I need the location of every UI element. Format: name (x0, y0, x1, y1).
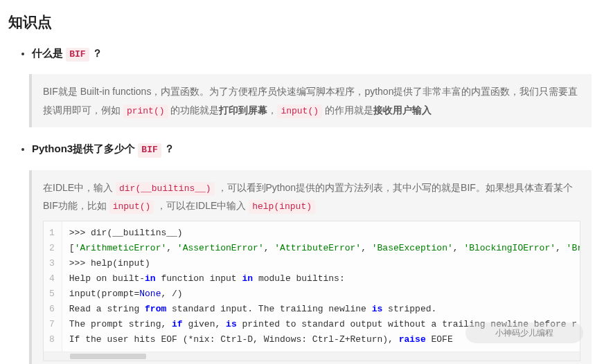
line-number: 3 (49, 256, 55, 271)
inline-code: input() (109, 200, 154, 214)
inline-code: dir(__builtins__) (116, 182, 215, 196)
title-text: 什么是 (32, 47, 66, 59)
code-line: ['ArithmeticError', 'AssertionError', 'A… (69, 241, 580, 256)
code-line: If the user hits EOF (*nix: Ctrl-D, Wind… (69, 332, 580, 347)
code-line: The prompt string, if given, is printed … (69, 317, 580, 332)
code-line: Help on built-in function input in modul… (69, 271, 580, 286)
horizontal-scrollbar[interactable] (44, 352, 580, 361)
quote-block: 在IDLE中，输入 dir(__builtins__) ，可以看到Python提… (29, 170, 592, 364)
line-number: 2 (49, 241, 55, 256)
code-block: 1 2 3 4 5 6 7 8 >>> dir(__builtins__) ['… (43, 221, 580, 361)
code-line: >>> help(input) (69, 256, 580, 271)
title-text: ？ (161, 143, 175, 154)
inline-code: help(input) (249, 200, 315, 214)
quote-text: 的功能就是 (168, 104, 220, 116)
line-number: 1 (49, 226, 55, 241)
quote-text: 的作用就是 (322, 104, 373, 116)
inline-code: input() (277, 104, 322, 118)
page-title: 知识点 (8, 12, 592, 32)
line-number: 6 (49, 302, 55, 317)
title-text: ？ (89, 47, 103, 59)
line-number: 7 (49, 317, 55, 332)
list-item: 什么是 BIF ？ BIF就是 Built-in functions，内置函数。… (32, 47, 592, 127)
title-text: Python3提供了多少个 (32, 143, 138, 154)
scrollbar-thumb[interactable] (70, 354, 146, 359)
list-item: Python3提供了多少个 BIF ？ 在IDLE中，输入 dir(__buil… (32, 143, 592, 364)
inline-code: BIF (138, 143, 161, 157)
code-line: >>> dir(__builtins__) (69, 226, 580, 241)
quote-text: ， (267, 104, 277, 116)
quote-strong: 打印到屏幕 (219, 104, 267, 116)
quote-text: ，可以在IDLE中输入 (154, 200, 249, 211)
code-line: Read a string from standard input. The t… (69, 302, 580, 317)
quote-block: BIF就是 Built-in functions，内置函数。为了方便程序员快速编… (29, 74, 592, 127)
item-title: 什么是 BIF ？ (32, 47, 592, 62)
item-title: Python3提供了多少个 BIF ？ (32, 143, 592, 157)
knowledge-list: 什么是 BIF ？ BIF就是 Built-in functions，内置函数。… (8, 47, 592, 364)
quote-strong: 接收用户输入 (373, 104, 432, 116)
inline-code: BIF (66, 48, 89, 62)
line-number: 4 (49, 271, 55, 286)
line-gutter: 1 2 3 4 5 6 7 8 (44, 221, 62, 352)
code-lines[interactable]: >>> dir(__builtins__) ['ArithmeticError'… (62, 221, 580, 352)
line-number: 8 (49, 332, 55, 347)
line-number: 5 (49, 286, 55, 302)
code-line: input(prompt=None, /) (69, 286, 580, 302)
inline-code: print() (123, 104, 168, 118)
quote-text: 在IDLE中，输入 (43, 182, 116, 193)
